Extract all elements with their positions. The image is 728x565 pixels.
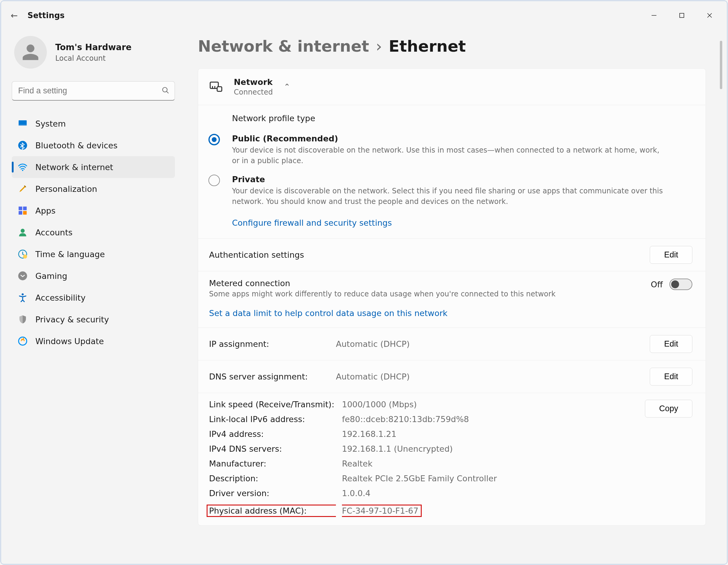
detail-key: Link speed (Receive/Transmit):	[209, 400, 336, 409]
close-icon	[707, 12, 713, 18]
svg-point-9	[22, 169, 24, 171]
profile-type-heading: Network profile type	[209, 114, 692, 123]
app-title: Settings	[27, 11, 65, 20]
paintbrush-icon	[18, 184, 27, 194]
nav-label: Bluetooth & devices	[35, 141, 118, 150]
metered-limit-link[interactable]: Set a data limit to help control data us…	[209, 308, 692, 318]
network-title: Network	[234, 77, 273, 87]
search-icon	[156, 86, 175, 95]
svg-rect-7	[19, 125, 27, 126]
breadcrumb-parent[interactable]: Network & internet	[198, 38, 369, 55]
nav-label: Gaming	[35, 271, 67, 281]
person-icon	[21, 43, 40, 62]
main-content: Network & internet › Ethernet Network Co…	[186, 30, 727, 564]
detail-value: 1000/1000 (Mbps)	[342, 400, 632, 409]
search-field[interactable]	[12, 81, 175, 101]
nav-item-time-language[interactable]: Time & language	[12, 243, 175, 265]
nav-item-privacy[interactable]: Privacy & security	[12, 308, 175, 330]
accounts-icon	[18, 228, 27, 237]
radio-private[interactable]: Private Your device is discoverable on t…	[232, 175, 692, 207]
bluetooth-icon	[18, 140, 27, 150]
nav-item-accessibility[interactable]: Accessibility	[12, 287, 175, 308]
details-block: Link speed (Receive/Transmit):1000/1000 …	[198, 393, 706, 525]
svg-point-19	[19, 337, 27, 345]
nav-item-apps[interactable]: Apps	[12, 200, 175, 221]
titlebar: ← Settings	[1, 1, 727, 30]
svg-rect-12	[19, 211, 22, 215]
nav-item-system[interactable]: System	[12, 113, 175, 134]
svg-rect-11	[23, 207, 27, 210]
accessibility-icon	[18, 293, 27, 302]
shield-icon	[18, 315, 27, 324]
ip-assignment-label: IP assignment:	[209, 339, 336, 349]
metered-toggle[interactable]: Off	[651, 279, 692, 290]
detail-value: 192.168.1.1 (Unencrypted)	[342, 444, 632, 454]
svg-point-8	[18, 141, 27, 150]
network-card: Network Connected ⌃ Network profile type…	[198, 68, 706, 526]
network-profile-type: Network profile type Public (Recommended…	[198, 105, 706, 238]
svg-point-17	[18, 271, 27, 280]
nav-label: System	[35, 119, 66, 128]
user-profile[interactable]: Tom's Hardware Local Account	[12, 30, 175, 81]
auth-edit-button[interactable]: Edit	[650, 246, 692, 264]
detail-value: 192.168.1.21	[342, 429, 632, 439]
network-status: Connected	[234, 88, 273, 96]
gaming-icon	[18, 271, 27, 281]
radio-checked-icon	[208, 134, 220, 145]
radio-unchecked-icon	[208, 175, 220, 186]
nav-item-bluetooth[interactable]: Bluetooth & devices	[12, 134, 175, 156]
chevron-up-icon: ⌃	[284, 82, 290, 91]
chevron-right-icon: ›	[376, 38, 382, 55]
dns-edit-button[interactable]: Edit	[650, 368, 692, 386]
nav-item-windows-update[interactable]: Windows Update	[12, 330, 175, 352]
svg-rect-21	[217, 87, 222, 91]
detail-value: fe80::dceb:8210:13db:759d%8	[342, 415, 632, 424]
auth-label: Authentication settings	[209, 250, 650, 260]
nav-label: Network & internet	[35, 163, 113, 172]
user-sub: Local Account	[55, 54, 132, 63]
detail-key: Manufacturer:	[209, 459, 336, 468]
copy-button[interactable]: Copy	[645, 400, 692, 418]
nav-label: Privacy & security	[35, 315, 109, 324]
nav-item-gaming[interactable]: Gaming	[12, 265, 175, 287]
radio-public[interactable]: Public (Recommended) Your device is not …	[232, 134, 692, 166]
nav-item-network[interactable]: Network & internet	[12, 156, 175, 178]
detail-key: Description:	[209, 474, 336, 483]
minimize-button[interactable]	[640, 7, 668, 24]
minimize-icon	[651, 12, 657, 18]
scrollbar-thumb[interactable]	[720, 41, 722, 89]
firewall-link[interactable]: Configure firewall and security settings	[232, 218, 392, 228]
clock-icon	[18, 249, 27, 259]
ip-assignment-row: IP assignment: Automatic (DHCP) Edit	[198, 328, 706, 360]
radio-private-label: Private	[232, 175, 692, 184]
detail-key-mac: Physical address (MAC):	[207, 505, 336, 517]
nav-item-personalization[interactable]: Personalization	[12, 178, 175, 200]
nav-label: Windows Update	[35, 337, 104, 346]
svg-line-5	[166, 91, 169, 93]
dns-assignment-label: DNS server assignment:	[209, 372, 336, 381]
svg-rect-13	[23, 211, 27, 215]
metered-row: Metered connection Some apps might work …	[198, 271, 706, 328]
svg-point-18	[22, 293, 24, 295]
svg-point-4	[163, 87, 167, 92]
avatar	[14, 36, 47, 69]
scrollbar[interactable]	[720, 41, 722, 553]
close-button[interactable]	[696, 7, 723, 24]
maximize-button[interactable]	[668, 7, 696, 24]
wifi-icon	[18, 162, 27, 172]
network-header-row[interactable]: Network Connected ⌃	[198, 69, 706, 105]
back-button[interactable]: ←	[5, 11, 24, 21]
radio-public-label: Public (Recommended)	[232, 134, 692, 143]
update-icon	[18, 336, 27, 346]
metered-desc: Some apps might work differently to redu…	[209, 290, 651, 298]
nav-item-accounts[interactable]: Accounts	[12, 221, 175, 243]
auth-row: Authentication settings Edit	[198, 238, 706, 271]
detail-key: IPv4 DNS servers:	[209, 444, 336, 454]
dns-assignment-value: Automatic (DHCP)	[336, 372, 650, 381]
nav-label: Time & language	[35, 250, 105, 259]
search-input[interactable]	[12, 86, 156, 95]
toggle-switch[interactable]	[669, 279, 692, 290]
dns-assignment-row: DNS server assignment: Automatic (DHCP) …	[198, 360, 706, 393]
ip-edit-button[interactable]: Edit	[650, 335, 692, 353]
nav-label: Accounts	[35, 228, 72, 237]
